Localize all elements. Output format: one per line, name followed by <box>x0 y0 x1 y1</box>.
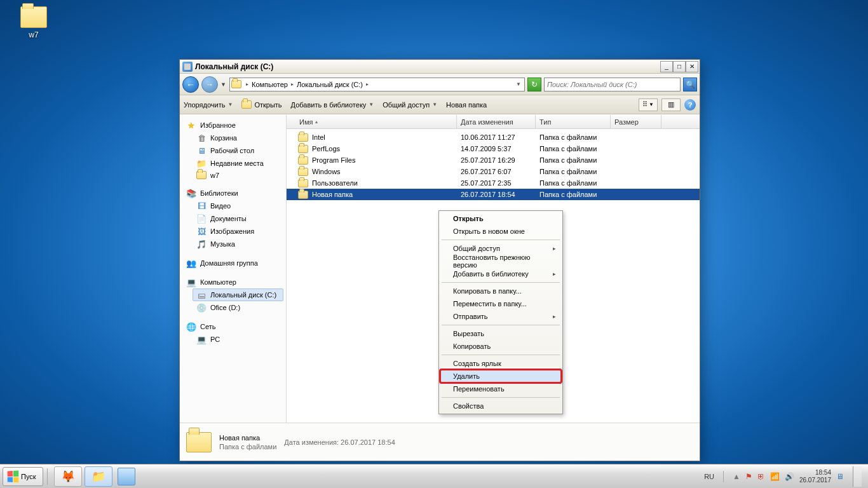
tray-monitor-icon[interactable]: 🖥 <box>836 472 844 481</box>
ctx-open[interactable]: Открыть <box>440 212 561 225</box>
details-meta-value: 26.07.2017 18:54 <box>341 438 395 446</box>
recent-icon: 📁 <box>196 158 207 168</box>
sb-recent[interactable]: 📁Недавние места <box>180 157 286 170</box>
search-box[interactable] <box>544 78 681 92</box>
tray-flag-icon[interactable]: ⚑ <box>745 472 752 481</box>
sb-pc[interactable]: 💻PC <box>180 333 286 346</box>
minimize-button[interactable]: _ <box>660 61 673 72</box>
sb-network[interactable]: 🌐Сеть <box>180 320 286 333</box>
chevron-right-icon: ▸ <box>553 313 556 320</box>
tray-volume-icon[interactable]: 🔊 <box>785 472 794 481</box>
separator <box>442 240 560 240</box>
cmd-new-folder[interactable]: Новая папка <box>446 101 487 109</box>
file-row[interactable]: PerfLogs14.07.2009 5:37Папка с файлами <box>287 143 700 154</box>
ctx-cut[interactable]: Вырезать <box>440 327 561 340</box>
folder-icon <box>298 168 308 176</box>
ctx-share[interactable]: Общий доступ▸ <box>440 242 561 255</box>
ctx-props[interactable]: Свойства <box>440 400 561 412</box>
titlebar[interactable]: Локальный диск (C:) _ □ ✕ <box>180 60 700 74</box>
refresh-button[interactable]: ↻ <box>527 78 541 92</box>
sb-docs[interactable]: 📄Документы <box>180 212 286 225</box>
file-row[interactable]: Windows26.07.2017 6:07Папка с файлами <box>287 166 700 177</box>
sb-drive-d[interactable]: 💿Ofice (D:) <box>180 301 286 314</box>
col-name[interactable]: Имя▴ <box>295 115 457 128</box>
cmd-organize[interactable]: Упорядочить ▼ <box>184 101 233 109</box>
preview-pane-button[interactable]: ▥ <box>661 98 681 111</box>
navigation-pane: ★Избранное 🗑Корзина 🖥Рабочий стол 📁Недав… <box>180 115 287 423</box>
cmd-share[interactable]: Общий доступ ▼ <box>383 101 437 109</box>
nav-history-dropdown[interactable]: ▼ <box>220 81 227 88</box>
ctx-restore[interactable]: Восстановить прежнюю версию <box>440 255 561 268</box>
ctx-copy-to[interactable]: Копировать в папку... <box>440 285 561 297</box>
video-icon: 🎞 <box>196 201 207 211</box>
tray-show-hidden-icon[interactable]: ▲ <box>733 472 740 481</box>
nav-back-button[interactable]: ← <box>182 76 199 93</box>
sb-music[interactable]: 🎵Музыка <box>180 238 286 250</box>
file-type: Папка с файлами <box>536 145 611 152</box>
file-row[interactable]: Пользователи25.07.2017 2:35Папка с файла… <box>287 177 700 189</box>
sb-images[interactable]: 🖼Изображения <box>180 225 286 238</box>
ctx-move-to[interactable]: Переместить в папку... <box>440 297 561 310</box>
close-button[interactable]: ✕ <box>686 61 698 72</box>
ctx-open-new[interactable]: Открыть в новом окне <box>440 225 561 238</box>
file-date: 26.07.2017 6:07 <box>457 168 536 175</box>
col-type[interactable]: Тип <box>536 115 611 128</box>
command-bar: Упорядочить ▼ Открыть Добавить в библиот… <box>180 95 700 114</box>
chevron-right-icon[interactable]: ▸ <box>244 81 250 87</box>
explorer-window: Локальный диск (C:) _ □ ✕ ← → ▼ ▸ Компью… <box>179 59 700 461</box>
file-type: Папка с файлами <box>536 156 611 164</box>
help-button[interactable]: ? <box>684 99 696 111</box>
address-bar[interactable]: ▸ Компьютер ▸ Локальный диск (C:) ▸ ▼ <box>229 78 525 92</box>
desktop-icon: 🖥 <box>196 146 207 156</box>
view-options-button[interactable]: ⠿ ▼ <box>639 98 658 111</box>
tray-clock[interactable]: 18:54 26.07.2017 <box>799 469 831 484</box>
file-row[interactable]: Новая папка26.07.2017 18:54Папка с файла… <box>287 189 700 200</box>
sb-video[interactable]: 🎞Видео <box>180 200 286 212</box>
ctx-add-lib[interactable]: Добавить в библиотеку▸ <box>440 268 561 280</box>
folder-icon <box>298 179 308 187</box>
search-button[interactable]: 🔍 <box>683 78 697 92</box>
file-date: 25.07.2017 16:29 <box>457 156 536 164</box>
sb-w7[interactable]: w7 <box>180 170 286 180</box>
sb-computer[interactable]: 💻Компьютер <box>180 276 286 288</box>
taskbar-explorer[interactable]: 📁 <box>85 466 112 487</box>
sb-libraries[interactable]: 📚Библиотеки <box>180 187 286 200</box>
sb-homegroup[interactable]: 👥Домашняя группа <box>180 257 286 269</box>
crumb-disk[interactable]: Локальный диск (C:) <box>295 81 364 88</box>
sb-favorites[interactable]: ★Избранное <box>180 119 286 132</box>
address-dropdown[interactable]: ▼ <box>514 81 523 87</box>
start-button[interactable]: Пуск <box>3 467 43 486</box>
taskbar-sticky-note[interactable] <box>118 468 135 485</box>
chevron-right-icon[interactable]: ▸ <box>364 81 370 87</box>
folder-icon <box>186 432 212 452</box>
column-header-row: Имя▴ Дата изменения Тип Размер <box>287 115 700 129</box>
cmd-add-library[interactable]: Добавить в библиотеку ▼ <box>291 101 374 109</box>
file-row[interactable]: Program Files25.07.2017 16:29Папка с фай… <box>287 154 700 166</box>
sb-drive-c[interactable]: 🖴Локальный диск (C:) <box>193 288 283 301</box>
desktop-icon-w7[interactable]: w7 <box>11 6 56 39</box>
tray-lang[interactable]: RU <box>704 473 714 480</box>
ctx-copy[interactable]: Копировать <box>440 340 561 353</box>
nav-forward-button[interactable]: → <box>201 76 218 93</box>
search-input[interactable] <box>545 81 680 88</box>
tray-shield-icon[interactable]: ⛨ <box>757 472 765 481</box>
crumb-computer[interactable]: Компьютер <box>250 81 289 88</box>
sb-desktop[interactable]: 🖥Рабочий стол <box>180 144 286 157</box>
taskbar-firefox[interactable]: 🦊 <box>54 466 82 487</box>
col-size[interactable]: Размер <box>611 115 661 128</box>
maximize-button[interactable]: □ <box>673 61 686 72</box>
chevron-right-icon: ▸ <box>553 271 556 277</box>
ctx-delete[interactable]: Удалить <box>440 370 561 383</box>
sb-trash[interactable]: 🗑Корзина <box>180 132 286 144</box>
tray-network-icon[interactable]: 📶 <box>770 472 780 481</box>
chevron-right-icon[interactable]: ▸ <box>289 81 295 87</box>
sort-asc-icon: ▴ <box>315 119 318 125</box>
col-date[interactable]: Дата изменения <box>457 115 536 128</box>
cmd-open[interactable]: Открыть <box>241 100 281 109</box>
ctx-shortcut[interactable]: Создать ярлык <box>440 357 561 370</box>
file-name: PerfLogs <box>312 145 340 152</box>
ctx-send-to[interactable]: Отправить▸ <box>440 310 561 323</box>
show-desktop-button[interactable] <box>853 466 862 487</box>
file-row[interactable]: Intel10.06.2017 11:27Папка с файлами <box>287 132 700 143</box>
ctx-rename[interactable]: Переименовать <box>440 383 561 395</box>
